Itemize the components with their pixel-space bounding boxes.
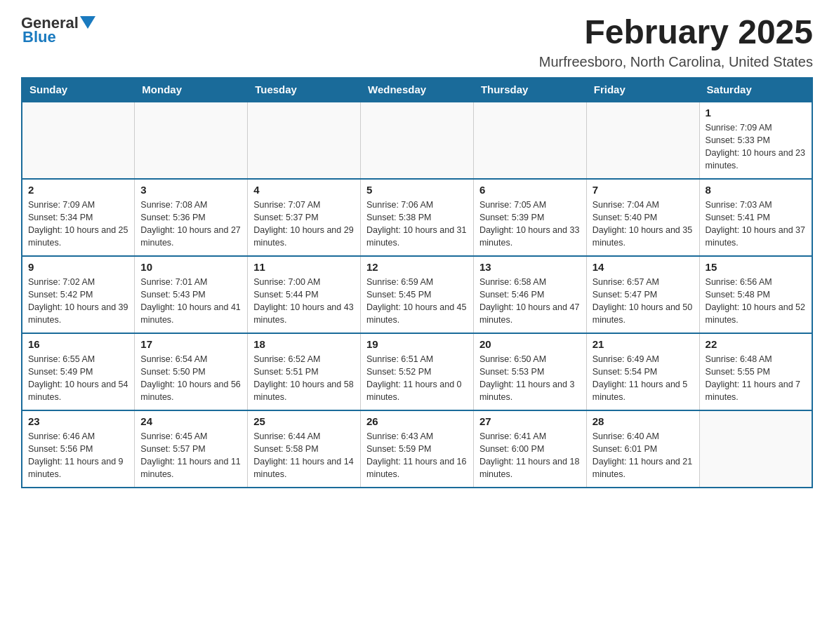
day-number: 1 (706, 107, 806, 119)
calendar-cell: 23Sunrise: 6:46 AM Sunset: 5:56 PM Dayli… (22, 410, 135, 488)
day-info: Sunrise: 7:05 AM Sunset: 5:39 PM Dayligh… (479, 199, 581, 250)
day-info: Sunrise: 6:54 AM Sunset: 5:50 PM Dayligh… (140, 353, 241, 404)
day-info: Sunrise: 6:52 AM Sunset: 5:51 PM Dayligh… (253, 353, 355, 404)
day-info: Sunrise: 6:56 AM Sunset: 5:48 PM Dayligh… (706, 276, 806, 327)
calendar-cell: 14Sunrise: 6:57 AM Sunset: 5:47 PM Dayli… (586, 256, 699, 333)
logo-triangle-icon (80, 16, 95, 32)
calendar-cell: 6Sunrise: 7:05 AM Sunset: 5:39 PM Daylig… (473, 179, 586, 256)
day-number: 17 (140, 338, 241, 350)
calendar-cell: 11Sunrise: 7:00 AM Sunset: 5:44 PM Dayli… (248, 256, 361, 333)
weekday-header-tuesday: Tuesday (248, 77, 361, 102)
day-info: Sunrise: 6:58 AM Sunset: 5:46 PM Dayligh… (479, 276, 581, 327)
calendar-cell: 9Sunrise: 7:02 AM Sunset: 5:42 PM Daylig… (22, 256, 135, 333)
day-number: 26 (366, 415, 468, 427)
page-header: General Blue February 2025 Murfreesboro,… (21, 14, 813, 70)
logo-blue-text: Blue (22, 28, 56, 46)
day-number: 9 (28, 261, 128, 273)
day-info: Sunrise: 6:57 AM Sunset: 5:47 PM Dayligh… (593, 276, 694, 327)
logo: General Blue (21, 14, 95, 46)
day-number: 28 (593, 415, 694, 427)
weekday-header-saturday: Saturday (699, 77, 812, 102)
day-info: Sunrise: 7:08 AM Sunset: 5:36 PM Dayligh… (140, 199, 241, 250)
calendar-cell: 3Sunrise: 7:08 AM Sunset: 5:36 PM Daylig… (135, 179, 248, 256)
day-number: 6 (479, 184, 581, 196)
day-number: 18 (253, 338, 355, 350)
svg-marker-0 (80, 16, 95, 29)
day-info: Sunrise: 6:43 AM Sunset: 5:59 PM Dayligh… (366, 430, 468, 481)
day-number: 20 (479, 338, 581, 350)
calendar-cell: 28Sunrise: 6:40 AM Sunset: 6:01 PM Dayli… (586, 410, 699, 488)
day-info: Sunrise: 6:45 AM Sunset: 5:57 PM Dayligh… (140, 430, 241, 481)
calendar-week-row: 23Sunrise: 6:46 AM Sunset: 5:56 PM Dayli… (22, 410, 812, 488)
day-info: Sunrise: 6:44 AM Sunset: 5:58 PM Dayligh… (253, 430, 355, 481)
day-number: 5 (366, 184, 468, 196)
day-number: 21 (593, 338, 694, 350)
day-number: 14 (593, 261, 694, 273)
calendar-cell: 21Sunrise: 6:49 AM Sunset: 5:54 PM Dayli… (586, 333, 699, 410)
day-info: Sunrise: 6:41 AM Sunset: 6:00 PM Dayligh… (479, 430, 581, 481)
day-number: 22 (706, 338, 806, 350)
day-number: 13 (479, 261, 581, 273)
calendar-cell: 2Sunrise: 7:09 AM Sunset: 5:34 PM Daylig… (22, 179, 135, 256)
weekday-header-wednesday: Wednesday (361, 77, 474, 102)
day-info: Sunrise: 7:01 AM Sunset: 5:43 PM Dayligh… (140, 276, 241, 327)
calendar-table: SundayMondayTuesdayWednesdayThursdayFrid… (21, 77, 813, 488)
location-subtitle: Murfreesboro, North Carolina, United Sta… (539, 54, 813, 70)
calendar-cell (248, 102, 361, 179)
calendar-cell: 7Sunrise: 7:04 AM Sunset: 5:40 PM Daylig… (586, 179, 699, 256)
day-info: Sunrise: 6:59 AM Sunset: 5:45 PM Dayligh… (366, 276, 468, 327)
day-number: 4 (253, 184, 355, 196)
calendar-cell: 18Sunrise: 6:52 AM Sunset: 5:51 PM Dayli… (248, 333, 361, 410)
calendar-cell: 26Sunrise: 6:43 AM Sunset: 5:59 PM Dayli… (361, 410, 474, 488)
day-info: Sunrise: 6:48 AM Sunset: 5:55 PM Dayligh… (706, 353, 806, 404)
calendar-cell: 16Sunrise: 6:55 AM Sunset: 5:49 PM Dayli… (22, 333, 135, 410)
day-info: Sunrise: 7:06 AM Sunset: 5:38 PM Dayligh… (366, 199, 468, 250)
calendar-cell: 27Sunrise: 6:41 AM Sunset: 6:00 PM Dayli… (473, 410, 586, 488)
day-number: 11 (253, 261, 355, 273)
day-info: Sunrise: 7:09 AM Sunset: 5:34 PM Dayligh… (28, 199, 128, 250)
calendar-cell: 17Sunrise: 6:54 AM Sunset: 5:50 PM Dayli… (135, 333, 248, 410)
calendar-cell (473, 102, 586, 179)
day-info: Sunrise: 6:55 AM Sunset: 5:49 PM Dayligh… (28, 353, 128, 404)
calendar-cell: 22Sunrise: 6:48 AM Sunset: 5:55 PM Dayli… (699, 333, 812, 410)
day-number: 25 (253, 415, 355, 427)
weekday-header-friday: Friday (586, 77, 699, 102)
calendar-week-row: 1Sunrise: 7:09 AM Sunset: 5:33 PM Daylig… (22, 102, 812, 179)
calendar-week-row: 2Sunrise: 7:09 AM Sunset: 5:34 PM Daylig… (22, 179, 812, 256)
day-number: 8 (706, 184, 806, 196)
calendar-cell: 15Sunrise: 6:56 AM Sunset: 5:48 PM Dayli… (699, 256, 812, 333)
calendar-cell: 4Sunrise: 7:07 AM Sunset: 5:37 PM Daylig… (248, 179, 361, 256)
day-number: 27 (479, 415, 581, 427)
calendar-cell: 10Sunrise: 7:01 AM Sunset: 5:43 PM Dayli… (135, 256, 248, 333)
calendar-cell (699, 410, 812, 488)
calendar-cell: 5Sunrise: 7:06 AM Sunset: 5:38 PM Daylig… (361, 179, 474, 256)
day-info: Sunrise: 7:00 AM Sunset: 5:44 PM Dayligh… (253, 276, 355, 327)
day-info: Sunrise: 7:09 AM Sunset: 5:33 PM Dayligh… (706, 121, 806, 173)
day-info: Sunrise: 6:51 AM Sunset: 5:52 PM Dayligh… (366, 353, 468, 404)
calendar-cell: 8Sunrise: 7:03 AM Sunset: 5:41 PM Daylig… (699, 179, 812, 256)
calendar-cell: 20Sunrise: 6:50 AM Sunset: 5:53 PM Dayli… (473, 333, 586, 410)
title-block: February 2025 Murfreesboro, North Caroli… (539, 14, 813, 70)
day-number: 23 (28, 415, 128, 427)
day-info: Sunrise: 7:03 AM Sunset: 5:41 PM Dayligh… (706, 199, 806, 250)
day-info: Sunrise: 6:40 AM Sunset: 6:01 PM Dayligh… (593, 430, 694, 481)
day-info: Sunrise: 7:02 AM Sunset: 5:42 PM Dayligh… (28, 276, 128, 327)
calendar-week-row: 16Sunrise: 6:55 AM Sunset: 5:49 PM Dayli… (22, 333, 812, 410)
day-number: 15 (706, 261, 806, 273)
calendar-cell: 12Sunrise: 6:59 AM Sunset: 5:45 PM Dayli… (361, 256, 474, 333)
calendar-cell: 19Sunrise: 6:51 AM Sunset: 5:52 PM Dayli… (361, 333, 474, 410)
calendar-cell: 13Sunrise: 6:58 AM Sunset: 5:46 PM Dayli… (473, 256, 586, 333)
day-info: Sunrise: 6:46 AM Sunset: 5:56 PM Dayligh… (28, 430, 128, 481)
calendar-cell: 1Sunrise: 7:09 AM Sunset: 5:33 PM Daylig… (699, 102, 812, 179)
calendar-cell (361, 102, 474, 179)
calendar-cell: 24Sunrise: 6:45 AM Sunset: 5:57 PM Dayli… (135, 410, 248, 488)
day-info: Sunrise: 7:04 AM Sunset: 5:40 PM Dayligh… (593, 199, 694, 250)
calendar-cell (22, 102, 135, 179)
day-number: 10 (140, 261, 241, 273)
weekday-header-sunday: Sunday (22, 77, 135, 102)
calendar-cell (586, 102, 699, 179)
day-info: Sunrise: 6:49 AM Sunset: 5:54 PM Dayligh… (593, 353, 694, 404)
weekday-header-thursday: Thursday (473, 77, 586, 102)
day-info: Sunrise: 6:50 AM Sunset: 5:53 PM Dayligh… (479, 353, 581, 404)
weekday-header-monday: Monday (135, 77, 248, 102)
